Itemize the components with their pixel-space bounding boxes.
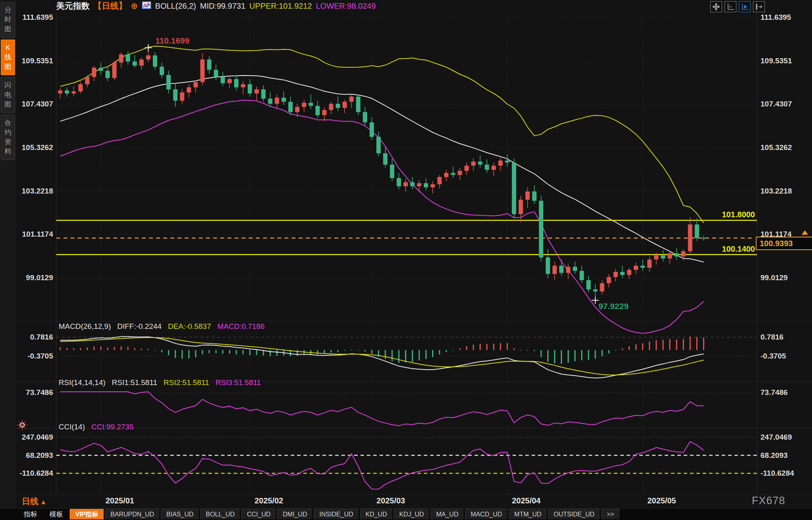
macd-indicator-name[interactable]: MACD(26,12,9) xyxy=(59,322,111,331)
chart-canvas[interactable] xyxy=(0,0,812,520)
sidebar-item-闪电图[interactable]: 闪电图 xyxy=(1,77,15,113)
boll-lower-value: LOWER:98.0249 xyxy=(316,2,376,11)
macd-panel-title: MACD(26,12,9) DIFF:-0.2244 DEA:-0.5837 M… xyxy=(59,322,265,331)
cci-axis-label-left: -110.6284 xyxy=(10,469,53,478)
cci-axis-label-left: 247.0469 xyxy=(10,433,53,442)
tab-BOLL_UD[interactable]: BOLL_UD xyxy=(200,509,240,520)
tab-BARUPDN_UD[interactable]: BARUPDN_UD xyxy=(105,509,160,520)
y-axis-label-left: 109.5351 xyxy=(10,57,53,65)
cci-axis-label-right: -110.6284 xyxy=(761,469,810,478)
resistance-level-label: 101.8000 xyxy=(692,210,755,219)
cci-axis-label-right: 68.2093 xyxy=(761,451,810,460)
tab->>[interactable]: >> xyxy=(601,509,620,520)
tab-指标[interactable]: 指标 xyxy=(18,509,43,520)
tab-KDJ_UD[interactable]: KDJ_UD xyxy=(394,509,429,520)
y-axis-label-left: 111.6395 xyxy=(10,13,53,22)
axis-scale-icon[interactable]: H xyxy=(724,1,736,12)
macd-diff-value: DIFF:-0.2244 xyxy=(117,322,162,331)
cci-panel-title: CCI(14) CCI:99.2735 xyxy=(59,423,133,431)
tab-KD_UD[interactable]: KD_UD xyxy=(360,509,393,520)
sidebar-item-合约资料[interactable]: 合约资料 xyxy=(1,115,15,160)
indicator-tab-bar: 指标模板VIP指标BARUPDN_UDBIAS_UDBOLL_UDCCI_UDD… xyxy=(0,508,812,520)
chart-region[interactable]: 111.6395111.6395109.5351109.5351107.4307… xyxy=(0,0,812,520)
chart-toolbar: H xyxy=(710,1,765,12)
cci-value: CCI:99.2735 xyxy=(91,423,134,431)
timeframe-label: 日线 xyxy=(22,497,38,506)
tab-VIP指标[interactable]: VIP指标 xyxy=(70,509,104,520)
symbol-title: 美元指数 xyxy=(56,0,90,11)
tab-OUTSIDE_UD[interactable]: OUTSIDE_UD xyxy=(548,509,600,520)
tab-MACD_UD[interactable]: MACD_UD xyxy=(465,509,507,520)
timeframe-selector[interactable]: 日线▲ xyxy=(22,496,47,507)
sidebar-item-K线图[interactable]: K线图 xyxy=(1,40,15,75)
last-price-badge: 100.9393 xyxy=(756,237,812,250)
rsi3-value: RSI3:51.5811 xyxy=(215,378,261,387)
macd-macd-value: MACD:0.7186 xyxy=(217,322,265,331)
rsi2-value: RSI2:51.5811 xyxy=(164,378,209,387)
tab-模板[interactable]: 模板 xyxy=(44,509,69,520)
y-axis-label-right: 99.0129 xyxy=(761,273,810,282)
cci-axis-label-right: 247.0469 xyxy=(761,433,810,442)
tab-INSIDE_UD[interactable]: INSIDE_UD xyxy=(314,509,358,520)
rsi-axis-label-right: 73.7486 xyxy=(761,388,810,397)
x-axis-label: 2025/04 xyxy=(501,496,552,505)
high-price-annotation: 110.1699 xyxy=(155,36,189,46)
y-axis-label-left: 103.2218 xyxy=(10,187,53,195)
x-axis-label: 2025/01 xyxy=(94,496,146,505)
mini-chart-icon[interactable] xyxy=(142,1,151,11)
sidebar: 分时图K线图闪电图合约资料 xyxy=(0,0,16,508)
cci-axis-label-left: 68.2093 xyxy=(10,451,53,460)
tab-BIAS_UD[interactable]: BIAS_UD xyxy=(161,509,199,520)
period-tag[interactable]: 【日线】 xyxy=(93,0,127,11)
x-axis-label: 2025/03 xyxy=(365,496,417,505)
circle-plus-icon[interactable]: ⊕ xyxy=(131,2,138,10)
macd-dea-value: DEA:-0.5837 xyxy=(168,322,211,331)
y-axis-label-left: 101.1174 xyxy=(10,230,53,239)
candles xyxy=(58,48,706,300)
autoplay-scale-icon[interactable] xyxy=(739,1,751,12)
rsi-panel-title: RSI(14,14,14) RSI1:51.5811 RSI2:51.5811 … xyxy=(59,378,261,387)
macd-axis-label-right: -0.3705 xyxy=(761,352,810,361)
boll-upper-value: UPPER:101.9212 xyxy=(250,2,312,11)
watermark: FX678 xyxy=(752,495,785,507)
boll-bands xyxy=(60,46,704,334)
low-price-annotation: 97.9229 xyxy=(599,302,629,311)
pan-icon[interactable] xyxy=(710,1,722,12)
tab-MA_UD[interactable]: MA_UD xyxy=(431,509,464,520)
y-axis-label-right: 111.6395 xyxy=(761,13,810,22)
boll-mid-value: MID:99.9731 xyxy=(200,2,246,11)
x-axis-label: 2025/05 xyxy=(636,496,688,505)
sidebar-item-分时图[interactable]: 分时图 xyxy=(1,2,15,38)
y-axis-label-right: 105.3262 xyxy=(761,143,810,152)
y-axis-label-left: 105.3262 xyxy=(10,143,53,152)
macd-axis-label-left: 0.7816 xyxy=(10,333,53,342)
cci-indicator-name[interactable]: CCI(14) xyxy=(59,423,85,431)
y-axis-label-right: 103.2218 xyxy=(761,187,810,195)
support-level-label: 100.1400 xyxy=(692,245,755,254)
rsi-axis-label-left: 73.7486 xyxy=(10,388,53,397)
rsi-indicator-name[interactable]: RSI(14,14,14) xyxy=(59,378,105,387)
svg-text:H: H xyxy=(729,5,732,9)
x-axis-label: 2025/02 xyxy=(243,496,295,505)
y-axis-label-left: 99.0129 xyxy=(10,273,53,282)
tab-MTM_UD[interactable]: MTM_UD xyxy=(509,509,547,520)
chart-header: 美元指数 【日线】 ⊕ BOLL(26,2) MID:99.9731 UPPER… xyxy=(56,0,376,12)
price-up-arrow-icon xyxy=(802,230,808,235)
rsi1-value: RSI1:51.5811 xyxy=(112,378,157,387)
tab-DMI_UD[interactable]: DMI_UD xyxy=(277,509,313,520)
app-root: 111.6395111.6395109.5351109.5351107.4307… xyxy=(0,0,812,520)
macd-axis-label-left: -0.3705 xyxy=(10,352,53,361)
alert-dot-icon[interactable] xyxy=(17,419,28,432)
macd-axis-label-right: 0.7816 xyxy=(761,333,810,342)
y-axis-label-left: 107.4307 xyxy=(10,100,53,108)
indicator-name[interactable]: BOLL(26,2) xyxy=(155,2,196,11)
shift-right-icon[interactable] xyxy=(753,1,765,12)
y-axis-label-right: 109.5351 xyxy=(761,57,810,65)
triangle-up-icon: ▲ xyxy=(40,498,47,506)
y-axis-label-right: 107.4307 xyxy=(761,100,810,108)
tab-CCI_UD[interactable]: CCI_UD xyxy=(241,509,276,520)
